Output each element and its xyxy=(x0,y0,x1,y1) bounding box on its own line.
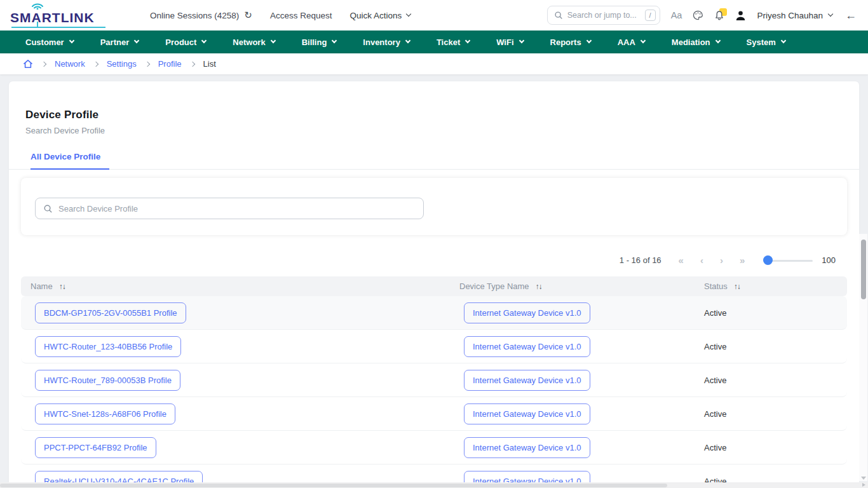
table-row: HWTC-Snet-128s-A68F06 ProfileInternet Ga… xyxy=(21,397,847,431)
device-type-cell: Internet Gateway Device v1.0 xyxy=(438,336,683,357)
name-cell: HWTC-Router_123-40BB56 Profile xyxy=(21,336,438,357)
name-cell: PPCT-PPCT-64FB92 Profile xyxy=(21,437,438,458)
page-subtitle: Search Device Profile xyxy=(9,121,859,135)
chevron-down-icon xyxy=(134,38,139,43)
device-type-button[interactable]: Internet Gateway Device v1.0 xyxy=(464,336,590,357)
search-icon xyxy=(43,204,53,214)
logo-underline xyxy=(11,27,105,28)
vertical-scrollbar[interactable] xyxy=(859,234,867,481)
nav-item-network[interactable]: Network xyxy=(219,30,288,53)
vertical-scrollbar-thumb[interactable] xyxy=(861,240,866,299)
prev-page-button[interactable]: ‹ xyxy=(692,255,712,266)
device-type-button[interactable]: Internet Gateway Device v1.0 xyxy=(464,403,590,424)
horizontal-scrollbar[interactable] xyxy=(0,482,868,488)
device-profile-search[interactable] xyxy=(35,198,424,219)
scroll-down-arrow-icon[interactable] xyxy=(861,477,866,480)
scroll-right-arrow-icon[interactable] xyxy=(862,483,865,487)
last-page-button[interactable]: » xyxy=(731,255,753,266)
nav-item-label: Billing xyxy=(302,37,327,47)
nav-item-label: Inventory xyxy=(363,37,400,47)
chevron-down-icon xyxy=(465,38,470,43)
status-text: Active xyxy=(704,443,726,452)
chevron-right-icon xyxy=(93,61,98,66)
nav-item-aaa[interactable]: AAA xyxy=(604,30,658,53)
logo-arrow xyxy=(37,22,38,28)
device-type-cell: Internet Gateway Device v1.0 xyxy=(438,403,683,424)
online-sessions[interactable]: Online Sessions (4258) ↻ xyxy=(150,10,252,21)
chevron-down-icon xyxy=(828,11,833,17)
nav-item-ticket[interactable]: Ticket xyxy=(423,30,483,53)
sort-icon[interactable]: ↑↓ xyxy=(734,282,740,291)
nav-item-label: Network xyxy=(233,37,265,47)
nav-item-system[interactable]: System xyxy=(733,30,799,53)
shortcut-key-badge: / xyxy=(645,10,656,21)
nav-item-label: Ticket xyxy=(437,37,460,47)
tab-all-device-profile[interactable]: All Device Profile xyxy=(31,152,109,170)
nav-item-customer[interactable]: Customer xyxy=(12,30,87,53)
nav-item-product[interactable]: Product xyxy=(152,30,219,53)
user-avatar[interactable] xyxy=(735,10,746,21)
user-menu[interactable]: Priyesh Chauhan xyxy=(757,11,832,20)
nav-item-label: Product xyxy=(165,37,196,47)
nav-item-billing[interactable]: Billing xyxy=(288,30,350,53)
status-text: Active xyxy=(704,308,726,318)
pagination: 1 - 16 of 16 « ‹ › » 100 xyxy=(9,255,836,266)
slider-knob[interactable] xyxy=(763,255,773,265)
nav-item-wifi[interactable]: WiFi xyxy=(483,30,536,53)
nav-item-reports[interactable]: Reports xyxy=(537,30,604,53)
chevron-right-icon xyxy=(144,61,149,66)
breadcrumb-item-profile[interactable]: Profile xyxy=(158,59,182,69)
smartlink-logo[interactable]: SMARTLINK xyxy=(10,0,112,30)
sort-icon[interactable]: ↑↓ xyxy=(59,282,65,291)
status-text: Active xyxy=(704,409,726,419)
sort-icon[interactable]: ↑↓ xyxy=(536,282,542,291)
text-size-toggle[interactable]: Aa xyxy=(671,10,682,20)
access-request-link[interactable]: Access Request xyxy=(270,11,332,20)
next-page-button[interactable]: › xyxy=(712,255,731,266)
horizontal-scrollbar-thumb[interactable] xyxy=(0,484,667,487)
table-body: BDCM-GP1705-2GV-0055B1 ProfileInternet G… xyxy=(21,296,847,488)
home-icon[interactable] xyxy=(23,59,33,69)
profile-name-button[interactable]: HWTC-Router_789-00053B Profile xyxy=(35,370,180,391)
page-size-value: 100 xyxy=(822,255,836,265)
profile-name-button[interactable]: BDCM-GP1705-2GV-0055B1 Profile xyxy=(35,302,186,323)
status-cell: Active xyxy=(683,308,847,318)
refresh-icon[interactable]: ↻ xyxy=(244,10,252,21)
status-cell: Active xyxy=(683,342,847,351)
device-type-button[interactable]: Internet Gateway Device v1.0 xyxy=(464,437,590,458)
profile-name-button[interactable]: HWTC-Router_123-40BB56 Profile xyxy=(35,336,181,357)
page-size-slider[interactable] xyxy=(763,255,813,266)
global-search-input[interactable] xyxy=(567,11,641,20)
back-arrow-button[interactable]: ← xyxy=(845,9,857,22)
global-search[interactable]: / xyxy=(547,6,660,25)
device-profile-search-input[interactable] xyxy=(58,204,416,214)
nav-item-label: Reports xyxy=(550,37,581,47)
nav-item-partner[interactable]: Partner xyxy=(87,30,153,53)
breadcrumb-item-list: List xyxy=(203,59,216,69)
profile-name-button[interactable]: HWTC-Snet-128s-A68F06 Profile xyxy=(35,403,175,424)
table-row: HWTC-Router_789-00053B ProfileInternet G… xyxy=(21,363,847,397)
quick-actions-menu[interactable]: Quick Actions xyxy=(349,11,410,20)
palette-icon xyxy=(693,10,703,20)
page-title: Device Profile xyxy=(9,81,859,121)
wifi-icon xyxy=(31,1,44,10)
device-type-button[interactable]: Internet Gateway Device v1.0 xyxy=(464,370,590,391)
nav-item-inventory[interactable]: Inventory xyxy=(349,30,423,53)
app-viewport: SMARTLINK Online Sessions (4258) ↻ Acces… xyxy=(0,0,868,488)
device-type-button[interactable]: Internet Gateway Device v1.0 xyxy=(464,302,590,323)
theme-palette-icon[interactable] xyxy=(693,10,703,20)
breadcrumb-item-network[interactable]: Network xyxy=(55,59,85,69)
device-type-cell: Internet Gateway Device v1.0 xyxy=(438,437,683,458)
status-cell: Active xyxy=(683,376,847,385)
breadcrumb-item-settings[interactable]: Settings xyxy=(107,59,137,69)
profile-name-button[interactable]: PPCT-PPCT-64FB92 Profile xyxy=(35,437,156,458)
notifications-bell-icon[interactable] xyxy=(714,10,724,21)
nav-item-mediation[interactable]: Mediation xyxy=(658,30,733,53)
first-page-button[interactable]: « xyxy=(670,255,692,266)
device-profile-table: Name ↑↓ Device Type Name ↑↓ Status ↑↓ BD… xyxy=(21,276,847,488)
column-header-device-type: Device Type Name ↑↓ xyxy=(438,281,683,291)
status-cell: Active xyxy=(683,443,847,452)
header-actions: / Aa xyxy=(547,6,857,25)
chevron-down-icon xyxy=(781,38,786,43)
chevron-right-icon xyxy=(189,61,194,66)
